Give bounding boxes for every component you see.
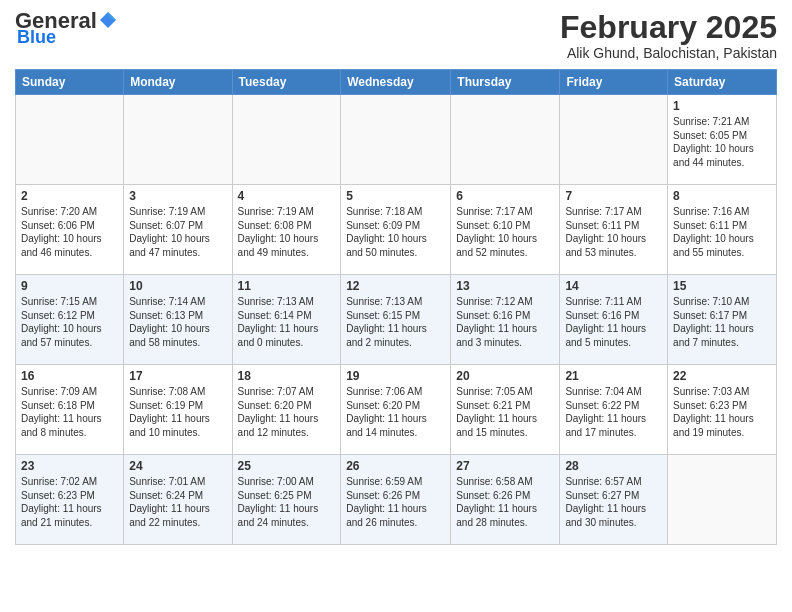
page: General Blue February 2025 Alik Ghund, B… (0, 0, 792, 555)
day-number: 18 (238, 369, 336, 383)
table-row: 10Sunrise: 7:14 AM Sunset: 6:13 PM Dayli… (124, 275, 232, 365)
table-row: 28Sunrise: 6:57 AM Sunset: 6:27 PM Dayli… (560, 455, 668, 545)
calendar-week-4: 16Sunrise: 7:09 AM Sunset: 6:18 PM Dayli… (16, 365, 777, 455)
table-row: 19Sunrise: 7:06 AM Sunset: 6:20 PM Dayli… (341, 365, 451, 455)
day-number: 22 (673, 369, 771, 383)
day-info: Sunrise: 7:01 AM Sunset: 6:24 PM Dayligh… (129, 475, 226, 529)
day-info: Sunrise: 7:04 AM Sunset: 6:22 PM Dayligh… (565, 385, 662, 439)
day-number: 1 (673, 99, 771, 113)
table-row: 15Sunrise: 7:10 AM Sunset: 6:17 PM Dayli… (668, 275, 777, 365)
table-row: 13Sunrise: 7:12 AM Sunset: 6:16 PM Dayli… (451, 275, 560, 365)
calendar-header-row: Sunday Monday Tuesday Wednesday Thursday… (16, 70, 777, 95)
day-number: 28 (565, 459, 662, 473)
day-info: Sunrise: 7:19 AM Sunset: 6:07 PM Dayligh… (129, 205, 226, 259)
day-info: Sunrise: 7:15 AM Sunset: 6:12 PM Dayligh… (21, 295, 118, 349)
table-row: 26Sunrise: 6:59 AM Sunset: 6:26 PM Dayli… (341, 455, 451, 545)
table-row: 24Sunrise: 7:01 AM Sunset: 6:24 PM Dayli… (124, 455, 232, 545)
calendar-week-2: 2Sunrise: 7:20 AM Sunset: 6:06 PM Daylig… (16, 185, 777, 275)
day-info: Sunrise: 7:16 AM Sunset: 6:11 PM Dayligh… (673, 205, 771, 259)
day-number: 20 (456, 369, 554, 383)
day-info: Sunrise: 7:02 AM Sunset: 6:23 PM Dayligh… (21, 475, 118, 529)
table-row: 17Sunrise: 7:08 AM Sunset: 6:19 PM Dayli… (124, 365, 232, 455)
day-info: Sunrise: 7:11 AM Sunset: 6:16 PM Dayligh… (565, 295, 662, 349)
table-row: 9Sunrise: 7:15 AM Sunset: 6:12 PM Daylig… (16, 275, 124, 365)
header-tuesday: Tuesday (232, 70, 341, 95)
table-row (16, 95, 124, 185)
table-row: 21Sunrise: 7:04 AM Sunset: 6:22 PM Dayli… (560, 365, 668, 455)
calendar-week-3: 9Sunrise: 7:15 AM Sunset: 6:12 PM Daylig… (16, 275, 777, 365)
calendar-table: Sunday Monday Tuesday Wednesday Thursday… (15, 69, 777, 545)
table-row (341, 95, 451, 185)
day-number: 6 (456, 189, 554, 203)
header-sunday: Sunday (16, 70, 124, 95)
table-row (124, 95, 232, 185)
day-number: 10 (129, 279, 226, 293)
day-info: Sunrise: 7:18 AM Sunset: 6:09 PM Dayligh… (346, 205, 445, 259)
day-info: Sunrise: 7:17 AM Sunset: 6:10 PM Dayligh… (456, 205, 554, 259)
table-row: 2Sunrise: 7:20 AM Sunset: 6:06 PM Daylig… (16, 185, 124, 275)
page-subtitle: Alik Ghund, Balochistan, Pakistan (560, 45, 777, 61)
day-info: Sunrise: 7:06 AM Sunset: 6:20 PM Dayligh… (346, 385, 445, 439)
table-row: 12Sunrise: 7:13 AM Sunset: 6:15 PM Dayli… (341, 275, 451, 365)
calendar-week-1: 1Sunrise: 7:21 AM Sunset: 6:05 PM Daylig… (16, 95, 777, 185)
day-number: 3 (129, 189, 226, 203)
day-info: Sunrise: 7:09 AM Sunset: 6:18 PM Dayligh… (21, 385, 118, 439)
day-number: 13 (456, 279, 554, 293)
day-number: 4 (238, 189, 336, 203)
day-number: 25 (238, 459, 336, 473)
day-number: 27 (456, 459, 554, 473)
table-row: 14Sunrise: 7:11 AM Sunset: 6:16 PM Dayli… (560, 275, 668, 365)
table-row: 8Sunrise: 7:16 AM Sunset: 6:11 PM Daylig… (668, 185, 777, 275)
day-info: Sunrise: 6:58 AM Sunset: 6:26 PM Dayligh… (456, 475, 554, 529)
calendar-week-5: 23Sunrise: 7:02 AM Sunset: 6:23 PM Dayli… (16, 455, 777, 545)
table-row: 23Sunrise: 7:02 AM Sunset: 6:23 PM Dayli… (16, 455, 124, 545)
day-number: 7 (565, 189, 662, 203)
day-number: 5 (346, 189, 445, 203)
table-row: 5Sunrise: 7:18 AM Sunset: 6:09 PM Daylig… (341, 185, 451, 275)
day-number: 15 (673, 279, 771, 293)
day-number: 8 (673, 189, 771, 203)
day-number: 11 (238, 279, 336, 293)
day-info: Sunrise: 7:21 AM Sunset: 6:05 PM Dayligh… (673, 115, 771, 169)
table-row (560, 95, 668, 185)
day-info: Sunrise: 7:13 AM Sunset: 6:14 PM Dayligh… (238, 295, 336, 349)
day-number: 2 (21, 189, 118, 203)
day-info: Sunrise: 7:13 AM Sunset: 6:15 PM Dayligh… (346, 295, 445, 349)
day-info: Sunrise: 7:08 AM Sunset: 6:19 PM Dayligh… (129, 385, 226, 439)
day-number: 21 (565, 369, 662, 383)
day-info: Sunrise: 7:19 AM Sunset: 6:08 PM Dayligh… (238, 205, 336, 259)
table-row (668, 455, 777, 545)
day-number: 26 (346, 459, 445, 473)
day-number: 19 (346, 369, 445, 383)
logo-icon (98, 10, 118, 30)
logo-blue-text: Blue (17, 28, 56, 46)
header-friday: Friday (560, 70, 668, 95)
day-number: 12 (346, 279, 445, 293)
day-number: 23 (21, 459, 118, 473)
table-row: 20Sunrise: 7:05 AM Sunset: 6:21 PM Dayli… (451, 365, 560, 455)
day-number: 24 (129, 459, 226, 473)
logo: General Blue (15, 10, 118, 46)
day-number: 14 (565, 279, 662, 293)
table-row: 7Sunrise: 7:17 AM Sunset: 6:11 PM Daylig… (560, 185, 668, 275)
table-row: 27Sunrise: 6:58 AM Sunset: 6:26 PM Dayli… (451, 455, 560, 545)
day-info: Sunrise: 7:17 AM Sunset: 6:11 PM Dayligh… (565, 205, 662, 259)
page-title: February 2025 (560, 10, 777, 45)
header: General Blue February 2025 Alik Ghund, B… (15, 10, 777, 61)
table-row: 1Sunrise: 7:21 AM Sunset: 6:05 PM Daylig… (668, 95, 777, 185)
day-info: Sunrise: 7:03 AM Sunset: 6:23 PM Dayligh… (673, 385, 771, 439)
table-row: 11Sunrise: 7:13 AM Sunset: 6:14 PM Dayli… (232, 275, 341, 365)
table-row: 3Sunrise: 7:19 AM Sunset: 6:07 PM Daylig… (124, 185, 232, 275)
table-row: 16Sunrise: 7:09 AM Sunset: 6:18 PM Dayli… (16, 365, 124, 455)
table-row: 6Sunrise: 7:17 AM Sunset: 6:10 PM Daylig… (451, 185, 560, 275)
day-info: Sunrise: 6:59 AM Sunset: 6:26 PM Dayligh… (346, 475, 445, 529)
table-row: 18Sunrise: 7:07 AM Sunset: 6:20 PM Dayli… (232, 365, 341, 455)
day-number: 9 (21, 279, 118, 293)
header-wednesday: Wednesday (341, 70, 451, 95)
day-info: Sunrise: 7:12 AM Sunset: 6:16 PM Dayligh… (456, 295, 554, 349)
table-row (232, 95, 341, 185)
title-block: February 2025 Alik Ghund, Balochistan, P… (560, 10, 777, 61)
header-thursday: Thursday (451, 70, 560, 95)
day-number: 16 (21, 369, 118, 383)
header-monday: Monday (124, 70, 232, 95)
